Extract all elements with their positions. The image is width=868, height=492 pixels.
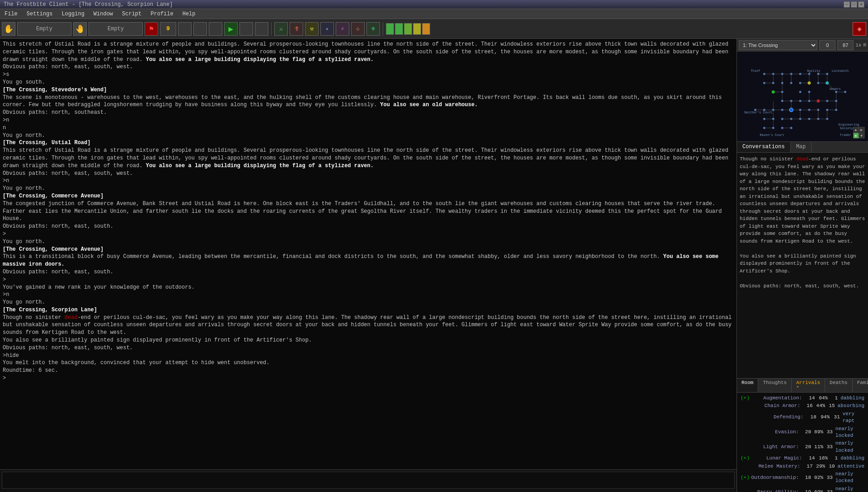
tab-familiar[interactable]: Familiar [853, 379, 868, 392]
skill-btn-2[interactable]: 🗡 [290, 22, 303, 36]
main-layout: This stretch of Ustial Road is a strange… [0, 39, 868, 492]
left-hand-slot[interactable]: Empty [17, 22, 71, 36]
red-action-button[interactable]: ⚑ [145, 22, 158, 36]
skill-percent: 16% [815, 455, 828, 462]
skill-btn-6[interactable]: ☩ [351, 22, 365, 36]
description-area: Though no sinister dead-end or perilous … [737, 153, 868, 378]
skill-row: Parry Ability:19 69% 33 nearly locked [741, 485, 864, 492]
svg-point-68 [817, 73, 819, 75]
tab-conversations[interactable]: Conversations [737, 142, 791, 152]
skill-rank: 20 [802, 444, 811, 450]
svg-point-101 [763, 118, 765, 120]
health-bar-1 [386, 23, 394, 35]
svg-point-114 [808, 82, 811, 84]
action-btn-3[interactable] [209, 22, 222, 36]
skill-status: nearly locked [833, 471, 864, 485]
svg-point-103 [781, 118, 784, 120]
skill-plus-indicator: (+) [741, 474, 747, 481]
game-input[interactable] [2, 472, 735, 489]
skill-rank: 19 [802, 489, 811, 492]
go-button[interactable]: ▶ [224, 22, 238, 36]
titlebar-title: The Frostbite Client - [The Crossing, Sc… [4, 1, 173, 8]
left-hand-icon[interactable]: ✋ [2, 22, 15, 36]
svg-point-113 [789, 108, 793, 112]
skill-rank: 18 [806, 414, 816, 421]
zone-dropdown[interactable]: 1: The Crossing [739, 40, 817, 50]
menu-profile[interactable]: Profile [148, 10, 176, 18]
svg-point-116 [817, 99, 820, 102]
skill-num2: 31 [830, 414, 840, 421]
svg-point-97 [808, 109, 810, 111]
room-number-2-input[interactable] [837, 40, 854, 50]
svg-text:Agility: Agility [807, 69, 820, 73]
skill-plus-indicator: (+) [741, 395, 747, 402]
tab-thoughts[interactable]: Thoughts [758, 379, 792, 392]
menu-script[interactable]: Script [119, 10, 144, 18]
tab-arrivals[interactable]: Arrivals * [792, 379, 825, 392]
skill-percent: 94% [816, 414, 830, 421]
tab-room[interactable]: Room [737, 379, 758, 392]
skill-percent: 02% [811, 474, 823, 481]
skill-btn-5[interactable]: ⚡ [336, 22, 349, 36]
skill-rank: 18 [802, 474, 811, 481]
svg-point-80 [799, 91, 802, 93]
skill-status: nearly locked [833, 440, 864, 454]
svg-point-111 [781, 127, 784, 129]
skill-btn-3[interactable]: ⚒ [305, 22, 319, 36]
map-area: Thief Agility Locksmith Sewers Engineeri… [737, 52, 868, 142]
maximize-button[interactable]: □ [851, 1, 857, 8]
skill-btn-7[interactable]: ⚜ [366, 22, 380, 36]
skill-row: (+)Augmentation:14 04% 1 dabbling [741, 394, 864, 402]
action-btn-2[interactable] [193, 22, 207, 36]
menu-settings[interactable]: Settings [24, 10, 56, 18]
tab-deaths[interactable]: Deaths [825, 379, 853, 392]
svg-point-115 [826, 82, 829, 84]
skill-rank: 14 [805, 395, 815, 402]
skill-percent: 11% [811, 444, 823, 450]
menu-help[interactable]: Help [180, 10, 198, 18]
skill-name: Light Armor: [747, 444, 802, 450]
svg-point-73 [790, 82, 793, 84]
toolbar: ✋ Empty ✋ Empty ⚑ 9 ▶ ⚔ 🗡 ⚒ ✦ ⚡ ☩ ⚜ ◈ [0, 19, 868, 39]
svg-point-76 [817, 82, 819, 84]
skill-name: Evasion: [747, 429, 802, 436]
skill-btn-4[interactable]: ✦ [320, 22, 334, 36]
close-button[interactable]: ✕ [858, 1, 864, 8]
minimize-button[interactable]: — [844, 1, 850, 8]
r-label: R [863, 42, 866, 48]
skill-name: Augmentation: [747, 395, 805, 402]
skill-btn-1[interactable]: ⚔ [274, 22, 288, 36]
special-action-button[interactable]: ◈ [853, 22, 866, 36]
skill-row: Evasion:20 89% 33 nearly locked [741, 425, 864, 440]
svg-point-65 [790, 73, 793, 75]
right-hand-slot[interactable]: Empty [89, 22, 143, 36]
skill-status: nearly locked [833, 486, 864, 492]
room-number-input[interactable] [819, 40, 835, 50]
action-btn-5[interactable] [255, 22, 268, 36]
svg-text:Sewers: Sewers [830, 87, 841, 91]
menu-file[interactable]: File [2, 10, 20, 18]
skill-rank: 14 [805, 455, 815, 462]
svg-point-63 [772, 73, 774, 75]
skill-name: Parry Ability: [747, 489, 802, 492]
action-btn-1[interactable] [178, 22, 192, 36]
skill-name: Defending: [747, 414, 806, 421]
svg-point-109 [763, 127, 765, 129]
svg-point-62 [763, 73, 765, 75]
svg-point-74 [799, 82, 802, 84]
action-btn-4[interactable] [239, 22, 253, 36]
svg-point-107 [817, 118, 819, 120]
skill-percent: 89% [811, 429, 823, 436]
tab-map[interactable]: Map [791, 142, 812, 152]
right-hand-icon[interactable]: ✋ [73, 22, 87, 36]
menu-window[interactable]: Window [91, 10, 116, 18]
menu-logging[interactable]: Logging [59, 10, 87, 18]
svg-point-64 [781, 73, 784, 75]
skill-num2: 1 [828, 395, 838, 402]
skill-row: Defending:18 94% 31 very rapt [741, 410, 864, 425]
skill-row: Chain Armor:16 44% 15 absorbing [741, 402, 864, 410]
skill-name: Outdoorsmanship: [747, 474, 802, 481]
svg-point-108 [826, 118, 828, 120]
skill-row: (+)Outdoorsmanship:18 02% 33 nearly lock… [741, 470, 864, 485]
skill-status: dabbling [838, 395, 864, 402]
